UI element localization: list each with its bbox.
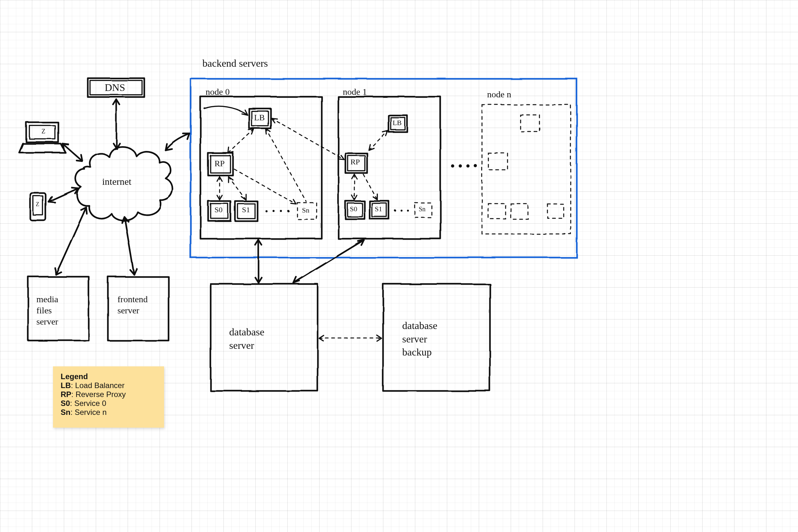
legend-line-2: S0: Service 0 — [61, 399, 156, 408]
media-label: media files server — [36, 293, 58, 327]
laptop-glyph: Z — [41, 128, 45, 135]
internet-label: internet — [102, 176, 132, 187]
node0-sn-text: Sn — [302, 206, 309, 214]
node1-label: node 1 — [343, 87, 367, 97]
phone-glyph: Z — [36, 201, 39, 208]
node0-label: node 0 — [206, 87, 229, 97]
db-label: database server — [229, 325, 264, 352]
legend-heading: Legend — [61, 372, 88, 381]
dbbackup-label: database server backup — [402, 319, 437, 359]
grid-background — [0, 0, 798, 532]
node0-lb-text: LB — [254, 113, 265, 122]
node1-rp-text: RP — [350, 158, 360, 166]
noden-label: node n — [487, 89, 511, 99]
legend-line-3: Sn: Service n — [61, 408, 156, 417]
node1-s0-text: S0 — [350, 205, 357, 213]
node0-s1-text: S1 — [242, 206, 250, 214]
legend-line-0: LB: Load Balancer — [61, 381, 156, 390]
dns-label: DNS — [105, 82, 125, 94]
legend-note: Legend LB: Load Balancer RP: Reverse Pro… — [53, 366, 164, 428]
backend-title: backend servers — [202, 57, 268, 69]
node1-sn-text: Sn — [419, 206, 425, 213]
node1-s1-text: S1 — [375, 205, 382, 213]
node1-lb-text: LB — [393, 119, 402, 127]
node0-s0-text: S0 — [214, 206, 223, 214]
legend-line-1: RP: Reverse Proxy — [61, 390, 156, 399]
frontend-label: frontend server — [117, 293, 148, 316]
node0-rp-text: RP — [214, 159, 225, 169]
